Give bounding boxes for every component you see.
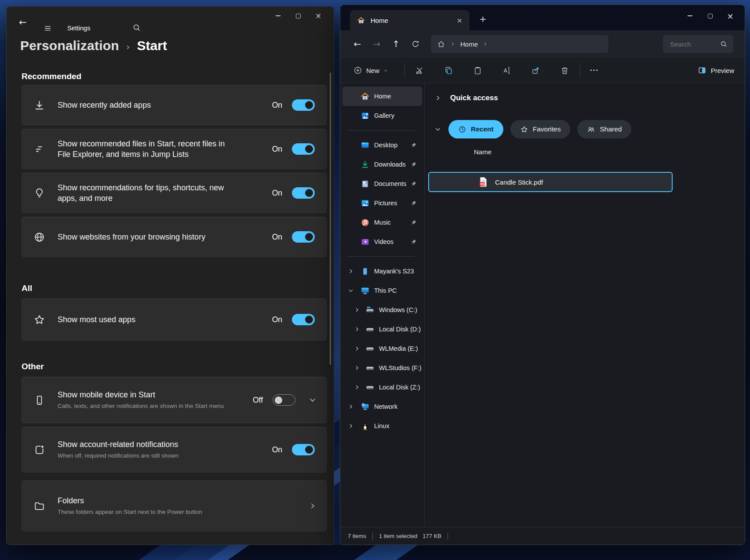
chevron-right-icon[interactable]	[354, 345, 360, 352]
close-button[interactable]: ×	[308, 7, 328, 25]
share-button[interactable]	[527, 62, 544, 79]
close-button[interactable]: ×	[720, 5, 740, 27]
sidebar-item-music[interactable]: Music	[342, 213, 422, 232]
file-name: Candle Stick.pdf	[495, 178, 543, 186]
chevron-down-icon[interactable]	[348, 287, 354, 294]
pin-icon	[411, 219, 417, 225]
chevron-right-icon[interactable]	[348, 404, 354, 410]
toggle-switch[interactable]	[292, 99, 315, 111]
back-button[interactable]: ←	[350, 37, 365, 51]
minimize-button[interactable]	[268, 7, 288, 25]
rename-button[interactable]	[498, 62, 515, 79]
new-button[interactable]: New	[349, 62, 393, 78]
menu-icon[interactable]	[44, 24, 52, 33]
setting-card-folders[interactable]: Folders These folders appear on Start ne…	[22, 480, 327, 531]
quick-access-header[interactable]: Quick access	[450, 94, 498, 102]
setting-card-recently-added[interactable]: Show recently added apps On	[22, 85, 327, 125]
search-input[interactable]	[663, 40, 720, 48]
chevron-right-icon[interactable]	[354, 326, 360, 332]
sidebar-item-pictures[interactable]: Pictures	[342, 193, 422, 213]
sidebar-item-wlmedia-e[interactable]: WLMedia (E:)	[342, 339, 422, 358]
setting-card-mobile-device[interactable]: Show mobile device in Start Calls, texts…	[22, 377, 327, 423]
sidebar-item-desktop[interactable]: Desktop	[342, 135, 422, 155]
page-title: Start	[137, 38, 167, 53]
chevron-right-icon[interactable]: ›	[484, 40, 487, 48]
chevron-right-icon[interactable]	[354, 365, 360, 371]
toggle-state-label: Off	[253, 396, 263, 405]
explorer-tab-home[interactable]: Home ×	[350, 10, 470, 30]
desktop-icon	[360, 141, 370, 150]
filter-recent[interactable]: Recent	[448, 120, 503, 138]
paste-button[interactable]	[469, 62, 486, 79]
preview-toggle[interactable]: Preview	[698, 62, 734, 79]
toggle-switch[interactable]	[292, 187, 315, 199]
sidebar-item-gallery[interactable]: Gallery	[342, 106, 422, 125]
search-box[interactable]	[663, 35, 733, 53]
up-button[interactable]: ↑	[389, 37, 404, 51]
chevron-right-icon[interactable]	[348, 268, 354, 274]
sidebar-item-linux[interactable]: Linux	[342, 416, 422, 436]
cut-button[interactable]	[411, 62, 428, 79]
plus-circle-icon	[353, 66, 362, 75]
toggle-switch[interactable]	[292, 444, 315, 455]
chevron-right-icon[interactable]	[348, 423, 354, 429]
copy-button[interactable]	[440, 62, 457, 79]
minimize-button[interactable]	[680, 5, 700, 27]
sidebar-item-wlstudios-f[interactable]: WLStudios (F:)	[342, 358, 422, 378]
toggle-switch[interactable]	[292, 143, 315, 155]
chevron-down-icon[interactable]	[434, 126, 441, 133]
breadcrumb-home[interactable]: Home	[460, 40, 478, 48]
sidebar-item-local-disk-d[interactable]: Local Disk (D:)	[342, 320, 422, 339]
close-tab-icon[interactable]: ×	[457, 16, 462, 25]
filter-shared[interactable]: Shared	[577, 120, 631, 138]
chevron-right-icon[interactable]: ›	[451, 40, 454, 48]
forward-button[interactable]: →	[369, 37, 384, 51]
rename-icon	[502, 66, 511, 75]
chevron-right-icon[interactable]	[354, 307, 360, 313]
scrollbar[interactable]	[330, 73, 331, 365]
toggle-switch[interactable]	[292, 314, 315, 325]
new-tab-button[interactable]: +	[479, 15, 487, 23]
setting-label: Show most used apps	[58, 314, 233, 325]
filter-favorites[interactable]: Favorites	[510, 120, 571, 138]
sidebar-item-network[interactable]: Network	[342, 397, 422, 416]
home-icon[interactable]	[437, 40, 445, 48]
file-row-selected[interactable]: Candle Stick.pdf	[428, 172, 673, 192]
setting-card-most-used[interactable]: Show most used apps On	[22, 298, 327, 341]
sidebar-item-this-pc[interactable]: This PC	[342, 281, 422, 300]
search-icon[interactable]	[720, 40, 728, 48]
phone-icon	[360, 267, 370, 276]
sidebar-item-phone-device[interactable]: Mayank's S23	[342, 262, 422, 281]
toggle-switch[interactable]	[292, 231, 315, 243]
sidebar-item-windows-c[interactable]: Windows (C:)	[342, 300, 422, 320]
sidebar-item-local-disk-z[interactable]: Local Disk (Z:)	[342, 378, 422, 397]
sidebar-item-documents[interactable]: Documents	[342, 174, 422, 193]
column-header-name[interactable]: Name	[474, 148, 492, 156]
setting-card-recommended-files[interactable]: Show recommended files in Start, recent …	[22, 129, 327, 169]
maximize-button[interactable]	[288, 7, 308, 25]
chevron-down-icon[interactable]	[309, 396, 317, 404]
sidebar-item-videos[interactable]: Videos	[342, 232, 422, 251]
search-icon[interactable]	[132, 23, 141, 32]
sidebar-item-downloads[interactable]: Downloads	[342, 155, 422, 174]
more-options-button[interactable]: ···	[586, 62, 603, 79]
chevron-right-icon[interactable]	[434, 95, 441, 102]
refresh-button[interactable]	[408, 37, 423, 51]
status-bar: 7 items 1 item selected 177 KB	[340, 527, 745, 545]
breadcrumb-parent[interactable]: Personalization	[20, 38, 119, 53]
maximize-button[interactable]	[700, 5, 720, 27]
address-bar[interactable]: › Home ›	[431, 35, 608, 53]
sidebar-item-home[interactable]: Home	[342, 87, 422, 106]
setting-card-recommendations[interactable]: Show recommendations for tips, shortcuts…	[22, 173, 327, 213]
setting-card-websites[interactable]: Show websites from your browsing history…	[22, 217, 327, 257]
delete-button[interactable]	[556, 62, 573, 79]
sidebar-item-label: WLStudios (F:)	[379, 364, 422, 371]
navigation-bar: ← → ↑ › Home ›	[340, 30, 745, 58]
windows-drive-icon	[365, 305, 375, 315]
status-item-count: 7 items	[348, 533, 366, 539]
chevron-right-icon[interactable]	[354, 384, 360, 390]
toggle-switch[interactable]	[273, 394, 295, 406]
setting-card-account-notifications[interactable]: Show account-related notifications When …	[22, 427, 327, 473]
pin-icon	[411, 200, 417, 206]
list-icon	[33, 143, 45, 155]
